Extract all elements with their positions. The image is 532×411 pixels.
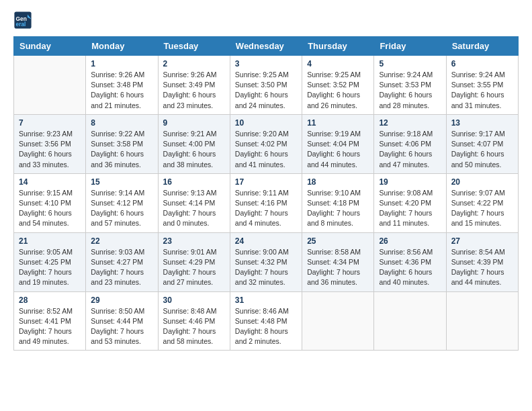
weekday-header-saturday: Saturday [446, 37, 518, 56]
calendar-cell: 8Sunrise: 9:22 AMSunset: 3:58 PMDaylight… [86, 114, 158, 173]
day-info: Sunrise: 8:50 AMSunset: 4:44 PMDaylight:… [91, 306, 152, 347]
weekday-header-monday: Monday [86, 37, 158, 56]
calendar-cell [446, 291, 518, 351]
day-info: Sunrise: 8:48 AMSunset: 4:46 PMDaylight:… [163, 306, 225, 347]
day-number: 21 [19, 236, 81, 246]
day-info: Sunrise: 9:18 AMSunset: 4:06 PMDaylight:… [379, 129, 441, 170]
day-number: 13 [451, 118, 513, 128]
calendar-cell: 22Sunrise: 9:03 AMSunset: 4:27 PMDayligh… [86, 232, 158, 291]
calendar-cell: 9Sunrise: 9:21 AMSunset: 4:00 PMDaylight… [158, 114, 230, 173]
page: Gen eral SundayMondayTuesdayWednesdayThu… [0, 0, 532, 411]
day-number: 28 [19, 295, 81, 305]
day-info: Sunrise: 9:21 AMSunset: 4:00 PMDaylight:… [163, 129, 225, 170]
calendar-cell: 29Sunrise: 8:50 AMSunset: 4:44 PMDayligh… [86, 291, 158, 351]
day-number: 2 [163, 59, 225, 68]
week-row-2: 7Sunrise: 9:23 AMSunset: 3:56 PMDaylight… [14, 114, 519, 173]
weekday-header-thursday: Thursday [302, 37, 374, 56]
calendar-cell: 18Sunrise: 9:10 AMSunset: 4:18 PMDayligh… [302, 173, 374, 232]
day-number: 4 [307, 59, 369, 68]
calendar-cell: 23Sunrise: 9:01 AMSunset: 4:29 PMDayligh… [158, 232, 230, 291]
calendar-cell: 28Sunrise: 8:52 AMSunset: 4:41 PMDayligh… [14, 291, 86, 351]
day-info: Sunrise: 8:52 AMSunset: 4:41 PMDaylight:… [19, 306, 81, 347]
calendar-cell: 30Sunrise: 8:48 AMSunset: 4:46 PMDayligh… [158, 291, 230, 351]
calendar-cell [14, 56, 86, 115]
calendar-cell: 14Sunrise: 9:15 AMSunset: 4:10 PMDayligh… [14, 173, 86, 232]
day-info: Sunrise: 9:11 AMSunset: 4:16 PMDaylight:… [235, 188, 297, 229]
weekday-header-friday: Friday [374, 37, 446, 56]
day-number: 25 [307, 236, 369, 246]
day-number: 6 [451, 59, 513, 68]
day-info: Sunrise: 8:46 AMSunset: 4:48 PMDaylight:… [235, 306, 297, 347]
day-info: Sunrise: 9:25 AMSunset: 3:52 PMDaylight:… [307, 70, 369, 111]
day-info: Sunrise: 9:24 AMSunset: 3:53 PMDaylight:… [379, 70, 441, 111]
calendar-cell: 15Sunrise: 9:14 AMSunset: 4:12 PMDayligh… [86, 173, 158, 232]
calendar-cell: 31Sunrise: 8:46 AMSunset: 4:48 PMDayligh… [230, 291, 302, 351]
week-row-3: 14Sunrise: 9:15 AMSunset: 4:10 PMDayligh… [14, 173, 519, 232]
calendar-cell: 21Sunrise: 9:05 AMSunset: 4:25 PMDayligh… [14, 232, 86, 291]
day-info: Sunrise: 9:24 AMSunset: 3:55 PMDaylight:… [451, 70, 513, 111]
calendar-cell: 5Sunrise: 9:24 AMSunset: 3:53 PMDaylight… [374, 56, 446, 115]
day-number: 30 [163, 295, 225, 305]
day-number: 11 [307, 118, 369, 128]
week-row-5: 28Sunrise: 8:52 AMSunset: 4:41 PMDayligh… [14, 291, 519, 351]
calendar-cell: 16Sunrise: 9:13 AMSunset: 4:14 PMDayligh… [158, 173, 230, 232]
day-info: Sunrise: 9:13 AMSunset: 4:14 PMDaylight:… [163, 188, 225, 229]
logo: Gen eral [13, 11, 35, 30]
calendar-cell: 1Sunrise: 9:26 AMSunset: 3:48 PMDaylight… [86, 56, 158, 115]
day-info: Sunrise: 9:05 AMSunset: 4:25 PMDaylight:… [19, 247, 81, 288]
calendar-cell [374, 291, 446, 351]
calendar-cell: 24Sunrise: 9:00 AMSunset: 4:32 PMDayligh… [230, 232, 302, 291]
day-info: Sunrise: 9:19 AMSunset: 4:04 PMDaylight:… [307, 129, 369, 170]
calendar-cell: 25Sunrise: 8:58 AMSunset: 4:34 PMDayligh… [302, 232, 374, 291]
day-info: Sunrise: 9:08 AMSunset: 4:20 PMDaylight:… [379, 188, 441, 229]
day-number: 27 [451, 236, 513, 246]
day-info: Sunrise: 8:54 AMSunset: 4:39 PMDaylight:… [451, 247, 513, 288]
day-info: Sunrise: 9:15 AMSunset: 4:10 PMDaylight:… [19, 188, 81, 229]
weekday-header-row: SundayMondayTuesdayWednesdayThursdayFrid… [14, 37, 519, 56]
day-number: 20 [451, 177, 513, 187]
day-info: Sunrise: 9:25 AMSunset: 3:50 PMDaylight:… [235, 70, 297, 111]
week-row-1: 1Sunrise: 9:26 AMSunset: 3:48 PMDaylight… [14, 56, 519, 115]
day-number: 9 [163, 118, 225, 128]
day-info: Sunrise: 9:01 AMSunset: 4:29 PMDaylight:… [163, 247, 225, 288]
day-number: 19 [379, 177, 441, 187]
day-number: 16 [163, 177, 225, 187]
day-info: Sunrise: 9:10 AMSunset: 4:18 PMDaylight:… [307, 188, 369, 229]
day-info: Sunrise: 9:00 AMSunset: 4:32 PMDaylight:… [235, 247, 297, 288]
day-number: 14 [19, 177, 81, 187]
calendar-cell: 3Sunrise: 9:25 AMSunset: 3:50 PMDaylight… [230, 56, 302, 115]
calendar-cell: 27Sunrise: 8:54 AMSunset: 4:39 PMDayligh… [446, 232, 518, 291]
calendar-cell: 12Sunrise: 9:18 AMSunset: 4:06 PMDayligh… [374, 114, 446, 173]
day-number: 1 [91, 59, 152, 68]
day-number: 8 [91, 118, 152, 128]
day-info: Sunrise: 9:26 AMSunset: 3:48 PMDaylight:… [91, 70, 152, 111]
calendar-cell: 17Sunrise: 9:11 AMSunset: 4:16 PMDayligh… [230, 173, 302, 232]
day-number: 12 [379, 118, 441, 128]
day-info: Sunrise: 9:17 AMSunset: 4:07 PMDaylight:… [451, 129, 513, 170]
weekday-header-wednesday: Wednesday [230, 37, 302, 56]
day-info: Sunrise: 8:58 AMSunset: 4:34 PMDaylight:… [307, 247, 369, 288]
calendar-cell: 7Sunrise: 9:23 AMSunset: 3:56 PMDaylight… [14, 114, 86, 173]
calendar-cell: 19Sunrise: 9:08 AMSunset: 4:20 PMDayligh… [374, 173, 446, 232]
calendar-cell: 11Sunrise: 9:19 AMSunset: 4:04 PMDayligh… [302, 114, 374, 173]
calendar-cell: 2Sunrise: 9:26 AMSunset: 3:49 PMDaylight… [158, 56, 230, 115]
week-row-4: 21Sunrise: 9:05 AMSunset: 4:25 PMDayligh… [14, 232, 519, 291]
logo-icon: Gen eral [13, 11, 32, 30]
header: Gen eral [13, 11, 519, 30]
day-number: 29 [91, 295, 152, 305]
day-number: 26 [379, 236, 441, 246]
calendar-cell [302, 291, 374, 351]
day-number: 15 [91, 177, 152, 187]
day-number: 7 [19, 118, 81, 128]
weekday-header-sunday: Sunday [14, 37, 86, 56]
day-number: 5 [379, 59, 441, 68]
day-info: Sunrise: 9:23 AMSunset: 3:56 PMDaylight:… [19, 129, 81, 170]
day-number: 18 [307, 177, 369, 187]
day-number: 17 [235, 177, 297, 187]
calendar-cell: 10Sunrise: 9:20 AMSunset: 4:02 PMDayligh… [230, 114, 302, 173]
weekday-header-tuesday: Tuesday [158, 37, 230, 56]
svg-text:eral: eral [16, 21, 26, 28]
day-number: 3 [235, 59, 297, 68]
day-number: 22 [91, 236, 152, 246]
day-number: 23 [163, 236, 225, 246]
